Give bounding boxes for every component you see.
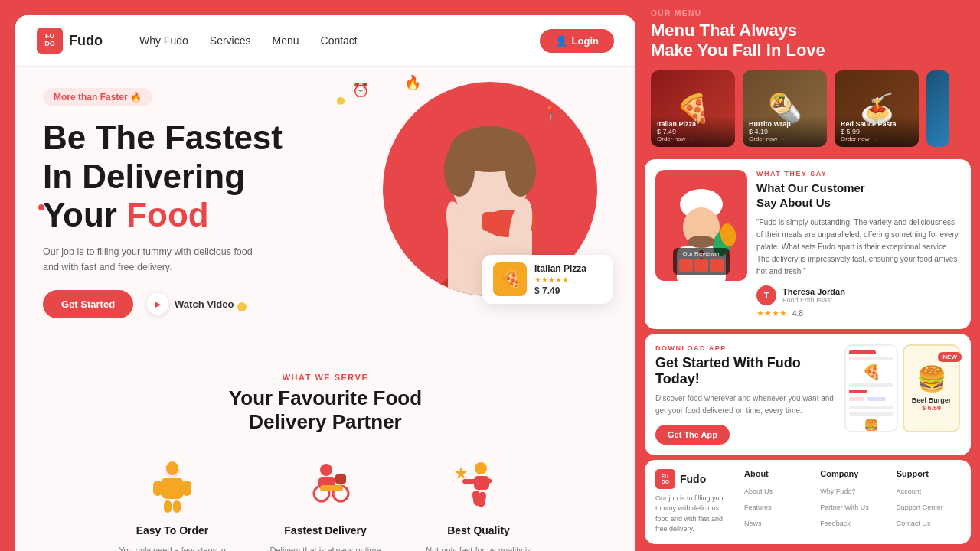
order-pasta-btn[interactable]: Order now → (841, 135, 913, 142)
menu-card-pizza[interactable]: 🍕 Italian Pizza $ 7.49 Order now → (651, 70, 735, 147)
nav-services[interactable]: Services (210, 34, 251, 47)
testimonial-stars: ★★★★ 4.8 (756, 308, 960, 318)
footer-about-col: About About Us Features News (744, 469, 808, 535)
burger-price: $ 6.59 (922, 404, 941, 412)
decorative-dot (337, 97, 345, 105)
footer-logo-box: FUDO (655, 469, 675, 489)
footer-link[interactable]: News (744, 520, 762, 527)
reviewer-badge: Our Reviewer (673, 248, 730, 275)
app-mockups: 🍕 🍔 $ 7.49 NEW 🍔 Beef Burger $ (844, 344, 960, 432)
svg-point-17 (320, 464, 332, 476)
screen-food2: 🍔 (849, 418, 893, 432)
footer-link[interactable]: Features (744, 504, 772, 511)
phone-mockup: 🍕 🍔 $ 7.49 (844, 344, 898, 432)
section-label: WHAT WE SERVE (43, 373, 608, 382)
footer-section: FUDO Fudo Our job is to filling your tum… (645, 460, 971, 544)
section-title: Your Favourite FoodDelivery Partner (43, 386, 608, 434)
testimonial-text: "Fudo is simply outstanding! The variety… (756, 217, 960, 278)
watch-video-button[interactable]: ▶ Watch Video (147, 293, 234, 315)
svg-point-4 (444, 143, 475, 197)
app-description: Discover food wherever and whenever you … (655, 393, 835, 417)
footer-company-links: Why Fudo? Partner With Us Feedback (820, 483, 884, 529)
pizza-card-overlay: Italian Pizza $ 7.49 Order now → (651, 116, 735, 147)
screen-food: 🍕 (849, 363, 893, 381)
footer-link[interactable]: Partner With Us (820, 504, 869, 511)
svg-point-11 (166, 461, 178, 475)
phone-screen: 🍕 🍔 $ 7.49 (846, 346, 897, 432)
svg-rect-14 (182, 481, 191, 496)
brand-logo[interactable]: FUDO Fudo (37, 28, 103, 54)
app-section: DOWNLOAD APP Get Started With FudoToday!… (645, 334, 971, 455)
menu-card-burrito[interactable]: 🌯 Burrito Wrap $ 4.19 Order now → (743, 70, 827, 147)
brand-name: Fudo (69, 33, 103, 49)
app-content: DOWNLOAD APP Get Started With FudoToday!… (655, 344, 835, 445)
hero-section: More than Faster 🔥 Be The Fastest In Del… (15, 67, 635, 357)
footer-link[interactable]: Feedback (820, 520, 851, 527)
footer-link[interactable]: About Us (744, 487, 773, 495)
footer-link[interactable]: Account (897, 487, 922, 495)
location-icon: 📍 (542, 105, 559, 122)
menu-label: OUR MENU (651, 9, 965, 18)
menu-cards-container: 🍕 Italian Pizza $ 7.49 Order now → 🌯 Bur… (651, 70, 965, 147)
order-pizza-btn[interactable]: Order now → (657, 135, 729, 142)
footer-about-links: About Us Features News (744, 483, 808, 529)
testimonial-content: WHAT THEY SAY What Our CustomerSay About… (756, 170, 960, 318)
footer-col-title: Company (820, 469, 884, 478)
testimonial-section: Our Reviewer WHAT THEY SAY What Our Cust… (645, 159, 971, 329)
svg-rect-15 (164, 500, 172, 513)
footer-link[interactable]: Contact Us (897, 520, 931, 527)
login-button[interactable]: 👤 Login (540, 29, 614, 53)
get-app-button[interactable]: Get The App (655, 425, 730, 445)
testimonial-author: T Theresa Jordan Food Enthusiast (756, 285, 960, 305)
play-icon: ▶ (147, 293, 168, 315)
get-started-button[interactable]: Get Started (43, 290, 133, 318)
footer-description: Our job is to filling your tummy with de… (655, 494, 732, 535)
timer-icon: ⏰ (352, 82, 369, 99)
hero-badge: More than Faster 🔥 (43, 88, 152, 106)
right-panel: OUR MENU Menu That AlwaysMake You Fall I… (635, 0, 980, 551)
hero-title: Be The Fastest In Delivering Your Food (43, 119, 334, 235)
navbar: FUDO Fudo Why Fudo Services Menu Contact… (15, 15, 635, 67)
burger-name: Beef Burger (912, 396, 952, 404)
app-label: DOWNLOAD APP (655, 344, 835, 352)
nav-links: Why Fudo Services Menu Contact (139, 34, 358, 47)
author-details: Theresa Jordan Food Enthusiast (782, 287, 845, 304)
testimonial-title: What Our CustomerSay About Us (756, 181, 960, 210)
burrito-card-overlay: Burrito Wrap $ 4.19 Order now → (743, 116, 827, 147)
svg-rect-16 (173, 500, 181, 513)
svg-point-23 (475, 462, 487, 474)
svg-point-39 (688, 236, 715, 248)
hero-image-area: 🍕 Italian Pizza ★★★★★ $ 7.49 (375, 67, 605, 327)
pizza-image: 🍕 (493, 262, 527, 296)
svg-marker-29 (455, 467, 467, 479)
footer-link[interactable]: Support Center (897, 504, 943, 511)
login-icon: 👤 (555, 35, 567, 47)
svg-rect-19 (335, 474, 346, 484)
nav-contact[interactable]: Contact (321, 34, 358, 47)
footer-col-title: About (744, 469, 808, 478)
service-best-quality: Best Quality Not only fast for us qualit… (417, 455, 540, 551)
burger-emoji: 🍔 (916, 364, 947, 393)
pasta-card-overlay: Red Sauce Pasta $ 5.99 Order now → (835, 116, 919, 147)
burger-badge: NEW (938, 352, 962, 362)
menu-title: Menu That AlwaysMake You Fall In Love (651, 21, 965, 61)
footer-company-col: Company Why Fudo? Partner With Us Feedba… (820, 469, 884, 535)
what-we-serve-section: WHAT WE SERVE Your Favourite FoodDeliver… (15, 357, 635, 551)
menu-card-pasta[interactable]: 🍝 Red Sauce Pasta $ 5.99 Order now → (835, 70, 919, 147)
decorative-dot (237, 302, 247, 311)
footer-link[interactable]: Why Fudo? (820, 487, 855, 495)
screen-tags (849, 397, 893, 401)
screen-bar (849, 406, 893, 409)
footer-support-links: Account Support Center Contact Us (897, 483, 960, 529)
menu-card-partial (926, 70, 949, 147)
screen-bar (849, 383, 893, 387)
nav-why-fudo[interactable]: Why Fudo (139, 34, 188, 47)
flame-icon: 🔥 (404, 74, 421, 91)
screen-bar (849, 357, 893, 360)
footer-support-col: Support Account Support Center Contact U… (897, 469, 960, 535)
screen-bar (849, 390, 867, 393)
svg-rect-12 (161, 478, 184, 499)
order-burrito-btn[interactable]: Order now → (749, 135, 821, 142)
nav-menu[interactable]: Menu (272, 34, 299, 47)
hero-subtitle: Our job is to filling your tummy with de… (43, 244, 265, 275)
